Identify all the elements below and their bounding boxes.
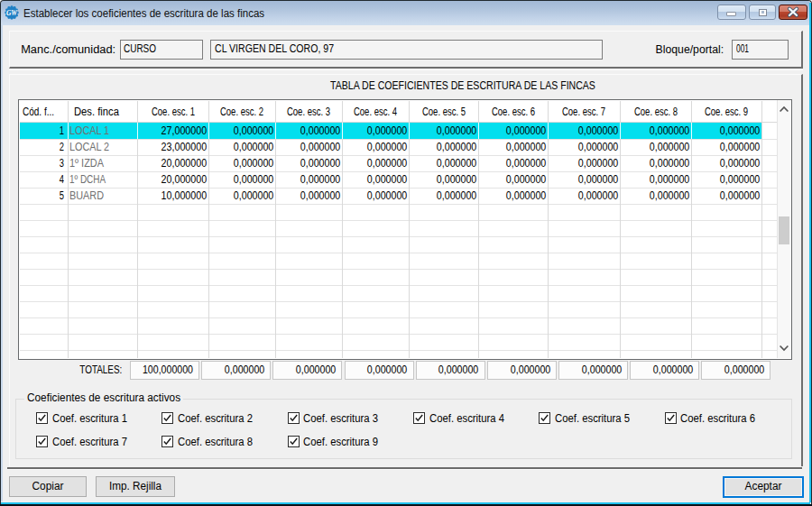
svg-text:GW: GW — [6, 9, 18, 17]
